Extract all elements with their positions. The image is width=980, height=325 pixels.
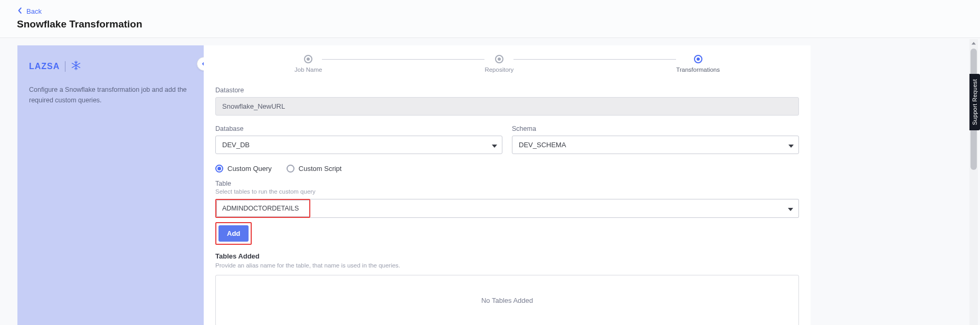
brand-divider (65, 61, 65, 72)
step-circle-icon (694, 55, 702, 63)
caret-down-icon (788, 204, 793, 213)
back-link[interactable]: Back (17, 7, 42, 15)
datastore-label: Datastore (215, 87, 799, 94)
brand: LAZSA (29, 60, 192, 73)
support-request-tab[interactable]: Support Request (969, 74, 980, 130)
table-sublabel: Select tables to run the custom query (215, 188, 799, 195)
stepper: Job Name Repository Transformations (294, 55, 720, 73)
tables-added-title: Tables Added (215, 252, 799, 260)
step-circle-icon (304, 55, 312, 63)
sidebar-description: Configure a Snowflake transformation job… (29, 84, 192, 106)
tables-added-sublabel: Provide an alias name for the table, tha… (215, 262, 799, 269)
step-label: Job Name (294, 66, 322, 73)
radio-icon (215, 165, 223, 173)
radio-custom-script[interactable]: Custom Script (287, 165, 342, 173)
step-circle-icon (495, 55, 503, 63)
add-button[interactable]: Add (218, 225, 249, 242)
step-repository[interactable]: Repository (484, 55, 513, 73)
database-label: Database (215, 125, 502, 132)
radio-label: Custom Query (227, 165, 272, 173)
step-job-name[interactable]: Job Name (294, 55, 322, 73)
step-label: Transformations (676, 66, 720, 73)
snowflake-icon (71, 60, 81, 73)
step-label: Repository (484, 66, 513, 73)
schema-label: Schema (512, 125, 799, 132)
step-connector (322, 59, 484, 60)
sidebar: LAZSA Configure a Snowflake transformati… (17, 45, 204, 325)
radio-custom-query[interactable]: Custom Query (215, 165, 272, 173)
table-input[interactable] (216, 200, 309, 217)
database-select[interactable]: DEV_DB (215, 136, 502, 154)
no-tables-text: No Tables Added (481, 297, 533, 304)
radio-label: Custom Script (299, 165, 342, 173)
page-title: Snowflake Transformation (17, 18, 963, 30)
main-panel: Job Name Repository Transformations Data… (204, 45, 811, 325)
schema-select[interactable]: DEV_SCHEMA (512, 136, 799, 154)
table-input-highlight (215, 199, 310, 218)
chevron-left-icon (17, 7, 23, 15)
back-label: Back (26, 7, 42, 15)
step-connector (513, 59, 676, 60)
brand-name: LAZSA (29, 62, 60, 71)
table-select[interactable] (310, 199, 799, 218)
datastore-field: Snowflake_NewURL (215, 97, 799, 116)
tables-added-empty: No Tables Added (215, 275, 799, 325)
add-button-highlight: Add (215, 222, 252, 245)
radio-icon (287, 165, 294, 173)
table-label: Table (215, 180, 799, 187)
step-transformations[interactable]: Transformations (676, 55, 720, 73)
scroll-up-icon[interactable] (969, 39, 978, 47)
